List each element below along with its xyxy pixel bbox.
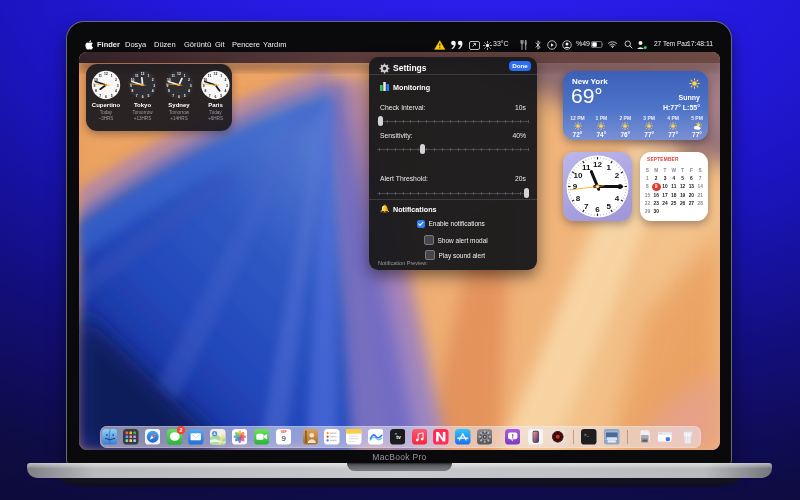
svg-text:3: 3 [226,84,228,88]
svg-text:9: 9 [281,434,285,443]
svg-text:11: 11 [208,74,212,78]
svg-text:8: 8 [95,89,97,93]
svg-text:5: 5 [607,202,612,211]
svg-text:6: 6 [142,95,144,99]
svg-text:5: 5 [147,94,149,98]
svg-text:8: 8 [168,89,170,93]
svg-text:10: 10 [574,171,583,180]
svg-text:11: 11 [171,74,175,78]
svg-text:6: 6 [214,95,216,99]
svg-text:3: 3 [153,84,155,88]
svg-text:7: 7 [136,94,138,98]
svg-text:5: 5 [220,94,222,98]
svg-text:12: 12 [141,72,145,76]
svg-text:11: 11 [582,163,591,172]
svg-text:2: 2 [225,78,227,82]
svg-text:6: 6 [595,205,600,214]
svg-text:2: 2 [115,78,117,82]
svg-text:3: 3 [190,84,192,88]
svg-text:1: 1 [184,74,186,78]
svg-text:4: 4 [188,89,190,93]
svg-text:1: 1 [111,74,113,78]
svg-text:7: 7 [99,94,101,98]
svg-text:8: 8 [204,89,206,93]
svg-text:4: 4 [152,89,154,93]
svg-text:tv: tv [396,434,401,440]
svg-text:2: 2 [152,78,154,82]
svg-text:1: 1 [607,163,612,172]
svg-text:2: 2 [615,171,620,180]
svg-text:11: 11 [135,74,139,78]
svg-text:2: 2 [188,78,190,82]
svg-text:12: 12 [104,72,108,76]
svg-text:8: 8 [576,194,581,203]
svg-text:6: 6 [178,95,180,99]
svg-text:7: 7 [172,94,174,98]
svg-text:3: 3 [117,84,119,88]
svg-text:4: 4 [225,89,227,93]
svg-text:12: 12 [177,72,181,76]
svg-text:4: 4 [615,194,620,203]
svg-text:12: 12 [214,72,218,76]
svg-text:4: 4 [115,89,117,93]
svg-text:7: 7 [209,94,211,98]
svg-text:>_: >_ [584,433,589,437]
svg-text:11: 11 [98,74,102,78]
svg-text:6: 6 [105,95,107,99]
svg-text:5: 5 [184,94,186,98]
svg-text:1: 1 [147,74,149,78]
svg-text:12: 12 [593,160,602,169]
svg-text:8: 8 [132,89,134,93]
svg-text:SEP: SEP [280,430,286,434]
svg-text:1: 1 [220,74,222,78]
svg-text:9: 9 [573,182,578,191]
svg-text:7: 7 [584,202,589,211]
svg-text:5: 5 [111,94,113,98]
